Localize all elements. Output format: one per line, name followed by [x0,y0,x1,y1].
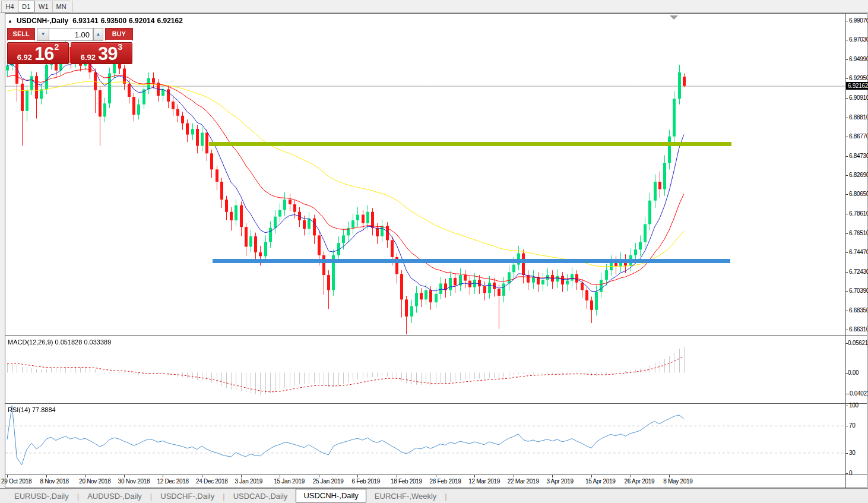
date-axis-tickmark [241,475,242,477]
date-axis-tickmark [163,475,163,477]
price-axis-tickmark [845,330,848,330]
date-axis-label: 20 Nov 2018 [79,478,110,485]
tab-usdcad-daily[interactable]: USDCAD-,Daily [225,490,296,502]
date-axis-label: 26 Apr 2019 [625,478,655,485]
price-axis-label: 6.74470 [849,249,868,255]
metatrader-screen: H4 D1 W1 MN ▲ USDCNH-,Daily 6.93141 6.93… [0,0,868,503]
date-axis-tickmark [591,475,592,477]
price-axis-label: 6.78610 [849,210,868,217]
rsi-axis-label: 0 [849,470,852,476]
price-axis-tickmark [845,233,848,234]
symbol-tab-bar: EURUSD-,Daily|AUDUSD-,Daily|USDCHF-,Dail… [0,488,868,503]
date-axis-tickmark [280,475,280,477]
macd-indicator-canvas[interactable] [5,336,845,403]
sell-price-box[interactable]: 6.92 16 2 [7,42,69,64]
timeframe-button-w1[interactable]: W1 [34,1,52,12]
price-axis-tickmark [845,214,848,214]
date-axis-label: 15 Jan 2019 [274,478,305,485]
tab-usdcnh-daily[interactable]: USDCNH-,Daily [296,489,366,502]
sell-button[interactable]: SELL [7,28,35,41]
date-axis-label: 3 Jan 2019 [235,478,263,485]
price-axis-tickmark [845,59,848,60]
price-axis-tickmark [845,272,848,273]
macd-panel-label: MACD(12,26,9) 0.051828 0.033389 [8,339,111,346]
date-axis-tickmark [474,475,475,477]
ohlc-high: 6.93500 [101,17,126,25]
buy-button[interactable]: BUY [105,28,133,41]
tab-eurusd-daily[interactable]: EURUSD-,Daily [6,490,77,502]
rsi-axis-label: 70 [849,422,856,429]
price-axis-tickmark [845,311,848,311]
price-macd-splitter[interactable] [5,335,867,336]
date-axis-tickmark [436,475,436,477]
date-axis-tickmark [319,475,319,477]
buy-price-point: 3 [118,43,123,50]
date-axis-label: 28 Feb 2019 [430,478,461,485]
macd-axis-label: 0.00 [848,369,859,376]
collapse-panel-icon[interactable]: ▲ [8,18,12,24]
timeframe-button-h4[interactable]: H4 [1,1,18,12]
date-axis-tickmark [124,475,125,477]
macd-rsi-splitter[interactable] [5,403,867,404]
date-axis-tickmark [669,475,670,477]
timeframe-button-mn[interactable]: MN [52,1,70,12]
rsi-axis-tickmark [845,453,848,454]
price-axis-label: 6.99070 [849,17,868,24]
rsi-axis-tickmark [845,473,848,474]
tab-usdchf-daily[interactable]: USDCHF-,Daily [152,490,223,502]
date-axis-label: 6 Feb 2019 [351,478,380,485]
price-axis-label: 6.68350 [849,307,868,314]
chart-symbol-title: USDCNH-,Daily [17,17,68,25]
price-axis-tickmark [845,78,848,79]
volume-decrease-button[interactable]: ▼ [37,28,49,41]
buy-price-base: 6.92 [81,53,96,62]
price-axis-label: 6.76510 [849,230,868,236]
price-axis-tickmark [845,118,848,118]
ohlc-close: 6.92162 [157,17,182,25]
date-axis-label: 24 Dec 2018 [196,478,227,485]
date-axis-tickmark [46,475,47,477]
buy-price-box[interactable]: 6.92 39 3 [71,42,132,64]
date-axis-label: 12 Dec 2018 [157,478,188,485]
price-axis-label: 6.66310 [849,326,868,333]
date-axis-label: 18 Feb 2019 [391,478,422,485]
price-axis-label: 6.94990 [849,56,868,62]
date-axis-label: 3 Apr 2019 [546,478,573,485]
tab-audusd-daily[interactable]: AUDUSD-,Daily [79,490,150,502]
rsi-indicator-canvas[interactable] [5,404,845,474]
price-axis-label: 6.90910 [849,94,868,101]
ohlc-low: 6.92014 [129,17,154,25]
one-click-trade-widget: SELL ▼ ▲ BUY 6.92 16 2 6.92 39 3 [7,28,133,64]
date-axis-label: 12 Mar 2019 [468,478,500,485]
date-axis-label: 30 Nov 2018 [118,478,150,485]
date-axis-tickmark [514,475,514,477]
date-axis-label: 15 Apr 2019 [585,478,616,485]
price-axis-label: 6.80650 [849,191,868,197]
current-price-tag: 6.92162 [846,82,868,90]
price-axis-label: 6.72430 [849,268,868,275]
sell-price-point: 2 [55,43,59,50]
tab-eurchf-weekly[interactable]: EURCHF-,Weekly [366,490,445,502]
timeframe-button-d1[interactable]: D1 [18,1,34,12]
sell-price-pips: 16 [34,46,53,62]
volume-increase-button[interactable]: ▲ [93,28,103,41]
volume-input[interactable] [49,28,93,41]
date-axis-tickmark [7,475,8,477]
chart-shift-marker-icon[interactable] [670,15,678,20]
price-axis-tickmark [845,175,848,176]
date-axis-label: 29 Oct 2018 [1,478,31,485]
sell-price-base: 6.92 [17,53,32,62]
rsi-axis-tickmark [845,426,848,426]
ohlc-open: 6.93141 [72,17,98,25]
date-axis-tickmark [202,475,202,477]
price-axis-label: 6.92950 [849,75,868,81]
price-axis-label: 6.88810 [849,114,868,121]
date-axis-tickmark [397,475,397,477]
rsi-axis-label: 100 [849,402,859,409]
price-axis-label: 6.86770 [849,133,868,140]
tab-separator: | [445,492,446,501]
price-axis-label: 6.97030 [849,36,868,43]
date-axis-tickmark [552,475,553,477]
rsi-axis-label: 30 [849,450,856,456]
date-axis-tickmark [85,475,85,477]
